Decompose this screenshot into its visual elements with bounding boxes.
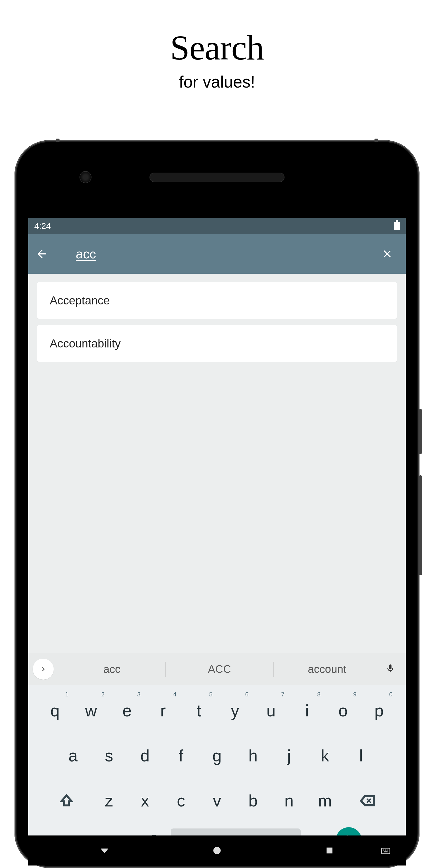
key-w[interactable]: w2 bbox=[73, 689, 109, 733]
voice-input-button[interactable] bbox=[385, 663, 398, 675]
key-hint: 4 bbox=[173, 691, 176, 698]
key-r[interactable]: r4 bbox=[145, 689, 181, 733]
svg-rect-4 bbox=[327, 847, 332, 853]
search-input[interactable]: acc bbox=[76, 246, 381, 261]
search-results: AcceptanceAccountability bbox=[28, 274, 406, 377]
nav-keyboard-switch-button[interactable] bbox=[378, 843, 393, 858]
status-bar: 4:24 bbox=[28, 218, 406, 234]
key-c[interactable]: c bbox=[163, 779, 199, 823]
svg-rect-9 bbox=[384, 851, 388, 852]
search-result-item[interactable]: Accountability bbox=[37, 325, 397, 362]
battery-icon bbox=[394, 222, 400, 230]
keyboard-suggestion[interactable]: account bbox=[273, 660, 381, 679]
svg-point-3 bbox=[213, 847, 221, 854]
key-m[interactable]: m bbox=[307, 779, 343, 823]
key-hint: 5 bbox=[209, 691, 212, 698]
shift-key[interactable] bbox=[46, 782, 87, 819]
key-s[interactable]: s bbox=[91, 734, 127, 777]
key-o[interactable]: o9 bbox=[325, 689, 361, 733]
key-hint: 7 bbox=[281, 691, 285, 698]
page-subtitle: for values! bbox=[0, 72, 434, 91]
key-x[interactable]: x bbox=[127, 779, 163, 823]
nav-home-button[interactable] bbox=[209, 843, 225, 858]
key-n[interactable]: n bbox=[271, 779, 307, 823]
nav-back-button[interactable] bbox=[97, 843, 112, 858]
key-d[interactable]: d bbox=[127, 734, 163, 777]
svg-rect-8 bbox=[387, 849, 388, 850]
key-u[interactable]: u7 bbox=[253, 689, 289, 733]
nav-recents-button[interactable] bbox=[322, 843, 337, 858]
keyboard-suggestion[interactable]: acc bbox=[58, 660, 166, 679]
key-f[interactable]: f bbox=[163, 734, 199, 777]
key-hint: 9 bbox=[353, 691, 357, 698]
keyboard-suggestion-bar: accACCaccount bbox=[28, 653, 406, 685]
key-hint: 1 bbox=[65, 691, 68, 698]
android-nav-bar bbox=[28, 835, 406, 866]
key-t[interactable]: t5 bbox=[181, 689, 217, 733]
key-z[interactable]: z bbox=[91, 779, 127, 823]
key-hint: 3 bbox=[137, 691, 140, 698]
key-b[interactable]: b bbox=[235, 779, 271, 823]
key-i[interactable]: i8 bbox=[289, 689, 325, 733]
key-hint: 0 bbox=[389, 691, 393, 698]
key-y[interactable]: y6 bbox=[217, 689, 253, 733]
clear-search-button[interactable] bbox=[381, 247, 394, 260]
backspace-key[interactable] bbox=[347, 782, 388, 819]
key-hint: 2 bbox=[101, 691, 104, 698]
key-hint: 6 bbox=[245, 691, 248, 698]
page-title: Search bbox=[0, 28, 434, 68]
svg-rect-6 bbox=[383, 849, 384, 850]
search-result-item[interactable]: Acceptance bbox=[37, 282, 397, 319]
key-g[interactable]: g bbox=[199, 734, 235, 777]
expand-suggestions-button[interactable] bbox=[33, 659, 54, 680]
key-j[interactable]: j bbox=[271, 734, 307, 777]
phone-camera bbox=[79, 171, 92, 183]
key-l[interactable]: l bbox=[343, 734, 379, 777]
phone-screen: 4:24 acc AcceptanceAccountability bbox=[28, 218, 406, 866]
keyboard-suggestion[interactable]: ACC bbox=[166, 660, 273, 679]
back-button[interactable] bbox=[35, 247, 48, 260]
key-v[interactable]: v bbox=[199, 779, 235, 823]
key-p[interactable]: p0 bbox=[361, 689, 397, 733]
key-k[interactable]: k bbox=[307, 734, 343, 777]
key-a[interactable]: a bbox=[55, 734, 91, 777]
phone-frame: 4:24 acc AcceptanceAccountability bbox=[14, 140, 420, 868]
app-bar: acc bbox=[28, 234, 406, 274]
key-e[interactable]: e3 bbox=[109, 689, 145, 733]
phone-speaker bbox=[149, 173, 285, 182]
key-q[interactable]: q1 bbox=[37, 689, 73, 733]
key-hint: 8 bbox=[317, 691, 321, 698]
key-h[interactable]: h bbox=[235, 734, 271, 777]
svg-rect-5 bbox=[382, 848, 390, 854]
status-time: 4:24 bbox=[34, 221, 51, 231]
svg-rect-7 bbox=[385, 849, 386, 850]
